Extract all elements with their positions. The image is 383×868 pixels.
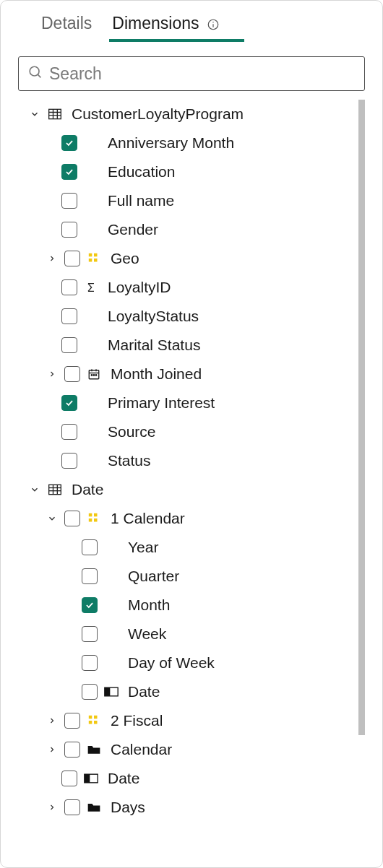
tree-item[interactable]: Gender (18, 215, 353, 244)
tree-item[interactable]: Quarter (18, 562, 353, 591)
tree-item[interactable]: Status (18, 446, 353, 475)
tree-item[interactable]: Primary Interest (18, 389, 353, 417)
tree-item[interactable]: Geo (18, 244, 353, 273)
checkbox[interactable] (64, 799, 80, 815)
tab-details[interactable]: Details (41, 14, 92, 38)
tree-item-label: Month (125, 596, 170, 614)
svg-rect-29 (94, 518, 98, 522)
tree-item[interactable]: LoyaltyID (18, 273, 353, 302)
chevron-right-icon[interactable] (46, 370, 59, 378)
checkbox[interactable] (61, 424, 77, 440)
checkbox[interactable] (64, 251, 80, 266)
chevron-right-icon[interactable] (46, 254, 59, 263)
svg-point-20 (95, 375, 97, 376)
search-input[interactable] (49, 64, 356, 84)
tree-group[interactable]: CustomerLoyaltyProgram (18, 100, 353, 129)
svg-rect-37 (85, 774, 90, 783)
svg-rect-35 (94, 721, 98, 724)
chevron-down-icon[interactable] (28, 109, 41, 119)
checkbox[interactable] (61, 395, 77, 411)
tree-item[interactable]: Education (18, 157, 353, 186)
table-icon (47, 483, 63, 496)
tree-item-label: Date (125, 683, 160, 700)
tree-item-label: LoyaltyStatus (105, 308, 199, 325)
scrollbar[interactable] (358, 100, 365, 854)
svg-rect-34 (89, 721, 92, 724)
checkbox[interactable] (61, 453, 77, 469)
tree-item-label: Geo (108, 250, 139, 267)
svg-rect-21 (49, 485, 61, 494)
checkbox[interactable] (82, 684, 98, 700)
tree-item[interactable]: Day of Week (18, 648, 353, 677)
checkbox[interactable] (61, 135, 77, 151)
tree-item[interactable]: Date (18, 677, 353, 706)
tree-item-label: Year (125, 539, 158, 556)
hierarchy-icon (86, 512, 102, 525)
scroll-thumb[interactable] (358, 100, 365, 735)
checkbox[interactable] (64, 366, 80, 382)
hierarchy-icon (86, 714, 102, 727)
checkbox[interactable] (82, 655, 98, 671)
chevron-right-icon[interactable] (46, 716, 59, 725)
tree-item[interactable]: Source (18, 417, 353, 446)
tree-item[interactable]: Marital Status (18, 331, 353, 360)
checkbox[interactable] (61, 222, 77, 238)
tree-item-label: Quarter (125, 568, 179, 585)
svg-point-2 (212, 22, 214, 23)
tree-group[interactable]: Date (18, 475, 353, 504)
svg-rect-10 (89, 253, 92, 257)
folder-icon (86, 744, 102, 755)
tree-item[interactable]: Month (18, 591, 353, 620)
checkbox[interactable] (61, 337, 77, 353)
svg-rect-12 (89, 259, 92, 262)
checkbox[interactable] (61, 164, 77, 180)
svg-rect-31 (105, 687, 111, 696)
checkbox[interactable] (82, 626, 98, 642)
svg-rect-5 (49, 109, 61, 118)
checkbox[interactable] (82, 568, 98, 584)
tree-item[interactable]: LoyaltyStatus (18, 302, 353, 331)
tree-item[interactable]: Days (18, 793, 353, 822)
svg-rect-11 (94, 253, 98, 257)
tab-dimensions[interactable]: Dimensions (112, 14, 220, 38)
checkbox[interactable] (64, 511, 80, 526)
chevron-right-icon[interactable] (46, 745, 59, 754)
tree-item-label: LoyaltyID (105, 279, 171, 296)
tab-dimensions-label: Dimensions (112, 14, 199, 32)
chevron-down-icon[interactable] (46, 513, 59, 524)
search-box[interactable] (18, 56, 365, 91)
svg-rect-32 (89, 716, 92, 719)
tree-item[interactable]: Full name (18, 186, 353, 215)
tree-item-label: Primary Interest (105, 394, 215, 412)
tree-item-label: CustomerLoyaltyProgram (69, 105, 244, 123)
tree-item-label: Month Joined (108, 365, 202, 383)
checkbox[interactable] (61, 193, 77, 209)
checkbox[interactable] (61, 771, 77, 786)
checkbox[interactable] (61, 308, 77, 324)
checkbox[interactable] (64, 742, 80, 758)
tree-item-label: Education (105, 163, 175, 181)
tree-item[interactable]: Week (18, 620, 353, 648)
svg-point-19 (93, 375, 95, 376)
checkbox[interactable] (64, 713, 80, 729)
tree-item[interactable]: Anniversary Month (18, 129, 353, 157)
tree-item[interactable]: Month Joined (18, 360, 353, 389)
checkbox[interactable] (82, 539, 98, 555)
chevron-down-icon[interactable] (28, 485, 41, 495)
tree-item[interactable]: 1 Calendar (18, 504, 353, 533)
svg-rect-26 (89, 513, 92, 517)
tree-item[interactable]: 2 Fiscal (18, 706, 353, 735)
checkbox[interactable] (61, 279, 77, 295)
info-icon[interactable] (207, 18, 220, 31)
tree-item-label: Days (108, 799, 145, 816)
tree-item-label: Date (105, 770, 139, 787)
svg-rect-28 (89, 518, 92, 522)
tree-item-label: Gender (105, 221, 158, 238)
tree-item[interactable]: Calendar (18, 735, 353, 764)
tree-item[interactable]: Year (18, 533, 353, 562)
chevron-right-icon[interactable] (46, 803, 59, 812)
checkbox[interactable] (82, 597, 98, 613)
tree-item[interactable]: Date (18, 764, 353, 793)
tree-item-label: Date (69, 481, 103, 498)
table-icon (47, 108, 63, 121)
